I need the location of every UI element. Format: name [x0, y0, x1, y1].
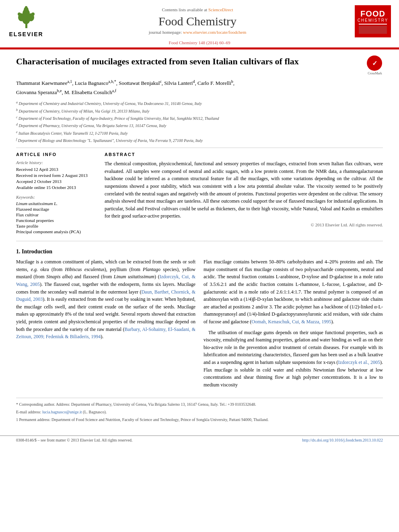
article-title-section: Characterisation of mucilages extracted …: [16, 55, 383, 74]
food-chemistry-logo: FOOD CHEMISTRY: [351, 3, 391, 39]
crossmark-icon: ✓: [367, 55, 382, 71]
intro-right-col: Flax mucilage contains between 50–80% ca…: [204, 258, 383, 392]
keywords-section: Keywords: Linum usitatissimum L. Flaxsee…: [16, 195, 97, 234]
available-date: Available online 15 October 2013: [16, 185, 97, 190]
affiliation-a: a Department of Chemistry and Industrial…: [16, 100, 383, 107]
crossmark-label: CrossMark: [367, 72, 383, 75]
footnote-1: 1 Permanent address: Department of Food …: [16, 417, 383, 423]
elsevier-logo: ELSEVIER: [8, 3, 44, 39]
keyword-5: Taste profile: [16, 224, 97, 228]
fc-logo-chemistry: CHEMISTRY: [358, 18, 389, 23]
body-divider: [16, 241, 383, 241]
abstract-col: ABSTRACT The chemical composition, physi…: [105, 152, 383, 235]
author-2: Lucia Bagnascoa,b,*: [75, 80, 116, 86]
article-divider: [16, 148, 383, 148]
affiliation-b: b Department of Chemistry, University of…: [16, 108, 383, 114]
journal-title-main: Food Chemistry: [52, 14, 343, 28]
authors-line: Thammarat Kaewmaneea,1, Lucia Bagnascoa,…: [16, 78, 383, 97]
ref-daun-2003[interactable]: Daun, Barthet, Chornick, & Duguid, 2003: [16, 289, 195, 302]
affiliations: a Department of Chemistry and Industrial…: [16, 100, 383, 144]
journal-ref: Food Chemistry 148 (2014) 60–69: [0, 39, 399, 46]
issn-text: 0308-8146/$ – see front matter © 2013 El…: [16, 438, 132, 442]
article-title: Characterisation of mucilages extracted …: [16, 55, 367, 68]
doi-link[interactable]: http://dx.doi.org/10.1016/j.foodchem.201…: [302, 438, 383, 442]
ref-izdorczyk-2005[interactable]: Izdorczyk, Cui, & Wang, 2005: [16, 274, 195, 287]
author-5: Carlo F. Morellib: [197, 80, 233, 86]
keyword-2: Flaxseed mucilage: [16, 207, 97, 212]
article-info-heading: ARTICLE INFO: [16, 152, 97, 157]
intro-para3-right: The utilisation of mucilage gums depends…: [204, 329, 383, 389]
email-link[interactable]: lucia.bagnasco@unige.it: [42, 410, 82, 414]
journal-homepage: journal homepage: www.elsevier.com/locat…: [52, 30, 343, 35]
affiliation-d: d Department of Pharmacy, University of …: [16, 122, 383, 129]
journal-ref-bar: 0308-8146/$ – see front matter © 2013 El…: [0, 435, 399, 444]
svg-point-7: [31, 12, 35, 16]
keywords-label: Keywords:: [16, 195, 97, 199]
crossmark-badge: ✓ CrossMark: [367, 55, 383, 72]
keyword-6: Principal component analysis (PCA): [16, 229, 97, 234]
article-info-abstract-section: ARTICLE INFO Article history: Received 1…: [16, 152, 383, 235]
sciencedirect-line: Contents lists available at ScienceDirec…: [52, 7, 343, 12]
elsevier-label: ELSEVIER: [9, 31, 43, 37]
footnote-corresponding: * Corresponding author. Address: Departm…: [16, 401, 383, 407]
copyright-line: © 2013 Elsevier Ltd. All rights reserved…: [105, 222, 383, 227]
article-info-col: ARTICLE INFO Article history: Received 1…: [16, 152, 97, 235]
abstract-heading: ABSTRACT: [105, 152, 383, 157]
ref-barbary-2009[interactable]: Barbary, Al-Sohaimy, El-Saadani, & Zeito…: [16, 327, 195, 340]
homepage-url[interactable]: www.elsevier.com/locate/foodchem: [183, 30, 247, 35]
author-7: M. Elisabetta Cosulicha,f: [64, 89, 116, 95]
author-4: Silvia Lanterid: [164, 80, 195, 86]
svg-point-8: [25, 6, 27, 8]
journal-header: ELSEVIER Contents lists available at Sci…: [0, 0, 399, 49]
ref-oomah-1995[interactable]: Oomah, Kenaschuk, Cui, & Mazza, 1995: [251, 319, 331, 325]
footnote-email: E-mail address: lucia.bagnasco@unige.it …: [16, 409, 383, 415]
keyword-3: Flax cultivar: [16, 212, 97, 217]
author-1: Thammarat Kaewmaneea,1: [16, 80, 72, 86]
intro-left-col: Mucilage is a common constituent of plan…: [16, 258, 195, 392]
fc-logo-food: FOOD: [358, 9, 389, 18]
journal-center: Contents lists available at ScienceDirec…: [44, 3, 351, 39]
svg-point-6: [18, 12, 21, 16]
intro-body: Mucilage is a common constituent of plan…: [16, 258, 383, 392]
affiliation-e: e Italian Biocatalysis Center, Viale Tar…: [16, 130, 383, 136]
affiliation-f: f Department of Biology and Biotechnolog…: [16, 137, 383, 144]
keyword-1: Linum usitatissimum L.: [16, 201, 97, 206]
accepted-date: Accepted 2 October 2013: [16, 179, 97, 184]
author-3: Soottawat Benjakulc: [119, 80, 162, 86]
intro-heading: 1. Introduction: [16, 249, 383, 255]
footnotes: * Corresponding author. Address: Departm…: [16, 398, 383, 423]
abstract-text: The chemical composition, physicochemica…: [105, 160, 383, 220]
keyword-4: Functional properties: [16, 218, 97, 223]
intro-section: 1. Introduction Mucilage is a common con…: [16, 249, 383, 392]
history-label: Article history:: [16, 160, 97, 165]
sciencedirect-link[interactable]: ScienceDirect: [208, 7, 233, 12]
intro-para2-right: Flax mucilage contains between 50–80% ca…: [204, 258, 383, 325]
article-container: Characterisation of mucilages extracted …: [0, 49, 399, 432]
affiliation-c: c Department of Food Technology, Faculty…: [16, 115, 383, 121]
received-date: Received 12 April 2013: [16, 167, 97, 172]
intro-para1: Mucilage is a common constituent of plan…: [16, 258, 195, 341]
revised-date: Received in revised form 2 August 2013: [16, 173, 97, 178]
author-6: Giovanna Speranzab,e: [16, 89, 62, 95]
ref-izdorczyk-2005b[interactable]: Izdorczyk et al., 2005: [338, 359, 380, 365]
